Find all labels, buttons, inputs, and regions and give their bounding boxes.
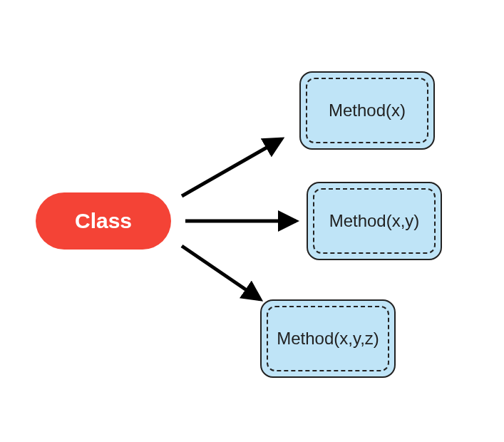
arrow-to-method-3 (182, 246, 260, 299)
method-node-2: Method(x,y) (307, 182, 442, 260)
method-label-3: Method(x,y,z) (277, 329, 379, 349)
method-label-1: Method(x) (329, 101, 406, 120)
class-label: Class (75, 209, 132, 233)
class-node: Class (36, 192, 171, 250)
method-label-2: Method(x,y) (329, 211, 420, 231)
diagram-canvas: Class Method(x) Method(x,y) Method(x,y,z… (0, 0, 504, 442)
method-node-1: Method(x) (299, 71, 435, 150)
arrow-to-method-1 (182, 139, 282, 196)
method-node-3: Method(x,y,z) (260, 299, 396, 378)
